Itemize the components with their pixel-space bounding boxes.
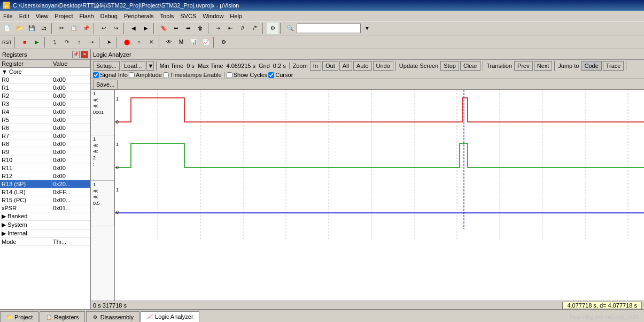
register-row[interactable]: R90x00	[0, 148, 90, 156]
copy-btn[interactable]: 📋	[68, 22, 80, 34]
tab-disasm-label: Disassembly	[100, 314, 134, 320]
menu-item-debug[interactable]: Debug	[97, 12, 121, 20]
la-zoom-out-btn[interactable]: Out	[322, 61, 338, 71]
step-out-btn[interactable]: ↑	[73, 36, 85, 48]
tab-project[interactable]: 📁 Project	[0, 311, 38, 322]
menu-item-tools[interactable]: Tools	[157, 12, 177, 20]
show-next-stmt-btn[interactable]: ➤	[103, 36, 115, 48]
find-btn[interactable]: 🔍	[284, 22, 296, 34]
register-row[interactable]: R40x00	[0, 108, 90, 116]
tab-registers[interactable]: 📋 Registers	[40, 311, 84, 322]
indent-btn[interactable]: ⇥	[212, 22, 224, 34]
comment-btn[interactable]: //	[237, 22, 249, 34]
reg-internal-group[interactable]: ▶ Internal	[0, 229, 90, 238]
perf-btn[interactable]: 📊	[188, 36, 199, 48]
registers-pin-btn[interactable]: 📌	[72, 51, 80, 58]
unindent-btn[interactable]: ⇤	[224, 22, 236, 34]
register-row[interactable]: R70x00	[0, 132, 90, 140]
breakpoint-btn[interactable]: ⬤	[121, 36, 133, 48]
settings-btn[interactable]: ⚙	[218, 36, 229, 48]
la-load-btn[interactable]: Load...	[121, 61, 145, 71]
la-stop-btn[interactable]: Stop	[440, 61, 459, 71]
la-save-btn[interactable]: Save...	[93, 80, 118, 89]
mem-btn[interactable]: M	[175, 36, 187, 48]
bp-enable-btn[interactable]: ○	[133, 36, 145, 48]
bookmark-btn[interactable]: 🔖	[158, 22, 169, 34]
register-row[interactable]: R50x00	[0, 116, 90, 124]
register-row[interactable]: R110x00	[0, 164, 90, 172]
nav-fwd-btn[interactable]: ▶	[140, 22, 152, 34]
step-over-btn[interactable]: ↷	[61, 36, 73, 48]
la-auto-btn[interactable]: Auto	[353, 61, 372, 71]
bp-clear-btn[interactable]: ✕	[145, 36, 157, 48]
register-row[interactable]: R00x00	[0, 76, 90, 84]
open-btn[interactable]: 📂	[13, 22, 25, 34]
save-btn[interactable]: 💾	[26, 22, 37, 34]
menu-item-window[interactable]: Window	[199, 12, 227, 20]
tab-disassembly[interactable]: ⚙ Disassembly	[86, 311, 139, 322]
la-trace-btn[interactable]: Trace	[603, 61, 624, 71]
uncomment-btn[interactable]: /*	[249, 22, 261, 34]
register-row[interactable]: xPSR0x01...	[0, 204, 90, 212]
register-row[interactable]: R14 (LR)0xFF...	[0, 188, 90, 196]
la-cursor-check[interactable]: Cursor	[268, 72, 293, 78]
reg-core-group[interactable]: ▼ Core	[0, 68, 90, 76]
nav-back-btn[interactable]: ◀	[128, 22, 139, 34]
register-row[interactable]: R30x00	[0, 100, 90, 108]
new-btn[interactable]: 📄	[1, 22, 13, 34]
la-clear-btn[interactable]: Clear	[460, 61, 480, 71]
menu-item-project[interactable]: Project	[51, 12, 76, 20]
la-undo-btn[interactable]: Undo	[373, 61, 393, 71]
register-row[interactable]: R80x00	[0, 140, 90, 148]
search-go-btn[interactable]: ▼	[361, 22, 373, 34]
la-zoom-in-btn[interactable]: In	[310, 61, 321, 71]
paste-btn[interactable]: 📌	[80, 22, 92, 34]
menu-item-view[interactable]: View	[33, 12, 52, 20]
la-showcycles-check[interactable]: Show Cycles	[227, 72, 268, 78]
register-row[interactable]: R13 (SP)0x20...	[0, 180, 90, 188]
menu-item-file[interactable]: File	[0, 12, 16, 20]
reg-system-group[interactable]: ▶ System	[0, 221, 90, 229]
watch-btn[interactable]: 👁	[163, 36, 175, 48]
undo-btn[interactable]: ↩	[98, 22, 110, 34]
register-row[interactable]: R20x00	[0, 92, 90, 100]
la-code-btn[interactable]: Code	[581, 61, 601, 71]
menu-item-peripherals[interactable]: Peripherals	[121, 12, 157, 20]
la-more-btn[interactable]: ▼	[146, 61, 154, 71]
search-input[interactable]	[297, 24, 361, 33]
run-to-cursor-btn[interactable]: ⇢	[86, 36, 97, 48]
reset-btn[interactable]: RST	[1, 36, 13, 48]
menu-item-svcs[interactable]: SVCS	[177, 12, 199, 20]
bookmark-prev-btn[interactable]: ⬅	[170, 22, 182, 34]
reg-banked-group[interactable]: ▶ Banked	[0, 212, 90, 221]
la-signal-info-check[interactable]: Signal Info	[93, 72, 128, 78]
menu-item-flash[interactable]: Flash	[76, 12, 97, 20]
waveform-area[interactable]: 1 0 1 0 1 0	[115, 90, 644, 301]
menu-item-edit[interactable]: Edit	[16, 12, 33, 20]
la-next-btn[interactable]: Next	[534, 61, 553, 71]
build-btn[interactable]: ⚙	[267, 22, 278, 34]
tab-logic-analyzer[interactable]: 📈 Logic Analyzer	[141, 311, 199, 322]
step-btn[interactable]: ⤵	[49, 36, 60, 48]
bookmark-next-btn[interactable]: ➡	[182, 22, 194, 34]
register-row[interactable]: R60x00	[0, 124, 90, 132]
menu-item-help[interactable]: Help	[227, 12, 245, 20]
la-timestamps-check[interactable]: Timestamps Enable	[163, 72, 222, 78]
redo-btn[interactable]: ↪	[110, 22, 122, 34]
registers-scroll[interactable]: Register Value ▼ CoreR00x00R10x00R20x00R…	[0, 60, 90, 309]
register-row[interactable]: R100x00	[0, 156, 90, 164]
run-btn[interactable]: ▶	[31, 36, 43, 48]
la-zoom-all-btn[interactable]: All	[339, 61, 352, 71]
registers-close-btn[interactable]: ✕	[81, 51, 88, 58]
la-btn[interactable]: 📈	[200, 36, 212, 48]
la-setup-btn[interactable]: Setup...	[93, 61, 120, 71]
cut-btn[interactable]: ✂	[56, 22, 67, 34]
save-all-btn[interactable]: 🗂	[38, 22, 50, 34]
stop-debug-btn[interactable]: ■	[19, 36, 30, 48]
la-prev-btn[interactable]: Prev	[514, 61, 533, 71]
la-amplitude-check[interactable]: Amplitude	[129, 72, 162, 78]
bookmark-clear-btn[interactable]: 🗑	[195, 22, 206, 34]
register-row[interactable]: R15 (PC)0x00...	[0, 196, 90, 204]
register-row[interactable]: R10x00	[0, 84, 90, 92]
register-row[interactable]: R120x00	[0, 172, 90, 180]
